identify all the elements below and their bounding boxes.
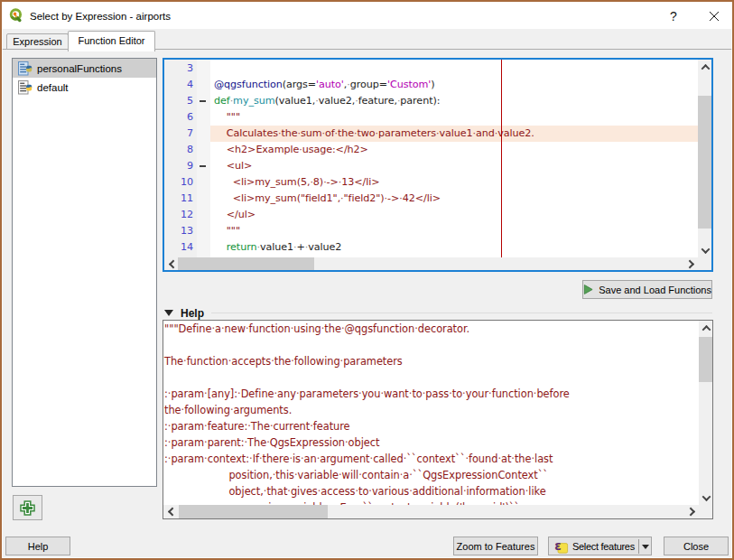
scrollbar-thumb[interactable] <box>699 337 712 382</box>
save-and-load-functions-button[interactable]: Save and Load Functions <box>582 280 712 299</box>
help-line <box>163 369 699 386</box>
code-editor-content: 34@qgsfunction(args='auto',·group='Custo… <box>164 60 698 257</box>
help-line: :·param·feature:·The·current·feature <box>163 418 699 434</box>
python-file-icon <box>18 61 33 76</box>
help-button[interactable]: Help <box>5 537 70 555</box>
scroll-right-button[interactable] <box>684 504 699 518</box>
help-group-header[interactable]: Help <box>164 307 204 319</box>
save-load-label: Save and Load Functions <box>599 285 711 295</box>
tab-function-editor[interactable]: Function Editor <box>68 31 155 51</box>
code-line[interactable]: 11 <li>my_sum("field1",·"field2")·->·42<… <box>164 191 698 207</box>
help-text-area[interactable]: """Define·a·new·function·using·the·@qgsf… <box>163 320 713 519</box>
chevron-right-icon <box>686 507 695 516</box>
scrollbar-thumb[interactable] <box>178 257 314 270</box>
editor-vertical-scrollbar[interactable] <box>698 60 711 257</box>
chevron-up-icon <box>701 324 711 333</box>
code-text: </ul> <box>210 207 698 223</box>
code-editor[interactable]: 34@qgsfunction(args='auto',·group='Custo… <box>163 58 713 272</box>
line-number: 3 <box>164 61 197 77</box>
fold-marker[interactable] <box>197 158 210 174</box>
code-text: """ <box>210 109 698 126</box>
python-file-icon <box>18 80 33 95</box>
help-line: the·following·arguments. <box>163 402 699 418</box>
code-line[interactable]: 9 <ul> <box>164 158 698 174</box>
code-line[interactable]: 14 return·value1·+·value2 <box>164 239 698 256</box>
help-line: position,·this·variable·will·contain·a·`… <box>163 467 699 483</box>
titlebar-close-button[interactable] <box>702 5 726 27</box>
code-line[interactable]: 10 <li>my_sum(5,·8)·->·13</li> <box>164 174 698 191</box>
help-vertical-scrollbar[interactable] <box>699 321 712 505</box>
help-horizontal-scrollbar[interactable] <box>163 505 699 518</box>
title-bar: Select by Expression - airports ? <box>2 2 732 29</box>
list-item-personalfunctions[interactable]: personalFunctions <box>13 59 156 78</box>
function-file-list: personalFunctions default <box>12 58 157 487</box>
code-text: return·value1·+·value2 <box>210 239 698 256</box>
scroll-right-button[interactable] <box>683 257 698 271</box>
help-group-line <box>211 313 712 313</box>
code-line[interactable]: 7 Calculates·the·sum·of·the·two·paramete… <box>164 126 698 142</box>
scroll-down-button[interactable] <box>698 243 712 257</box>
fold-marker <box>197 77 210 93</box>
scroll-up-button[interactable] <box>699 321 713 335</box>
list-item-label: personalFunctions <box>37 63 122 74</box>
titlebar-help-button[interactable]: ? <box>662 5 685 27</box>
edge-column-line <box>501 60 502 257</box>
scroll-left-button[interactable] <box>164 257 179 271</box>
dropdown-arrow-icon[interactable] <box>642 545 649 549</box>
code-line[interactable]: 6 """ <box>164 109 698 126</box>
scrollbar-corner <box>698 257 711 270</box>
line-number: 14 <box>164 239 197 256</box>
fold-marker <box>197 109 210 126</box>
fold-marker <box>197 207 210 223</box>
code-text: Calculates·the·sum·of·the·two·parameters… <box>210 126 698 142</box>
code-lines: 34@qgsfunction(args='auto',·group='Custo… <box>164 61 698 256</box>
qgis-logo-icon <box>9 8 24 23</box>
help-line: :·param·[any]:·Define·any·parameters·you… <box>163 386 699 402</box>
code-line[interactable]: 8 <h2>Example·usage:</h2> <box>164 142 698 158</box>
line-number: 8 <box>164 142 197 158</box>
code-text: def·my_sum(value1,·value2,·feature,·pare… <box>210 93 698 109</box>
scroll-down-button[interactable] <box>699 490 713 505</box>
list-item-default[interactable]: default <box>13 78 156 97</box>
window-title: Select by Expression - airports <box>30 11 171 22</box>
help-text-content: """Define·a·new·function·using·the·@qgsf… <box>163 321 699 505</box>
scrollbar-thumb[interactable] <box>698 96 711 229</box>
help-line: object,·that·gives·access·to·various·add… <box>163 483 699 499</box>
line-number: 10 <box>164 174 197 191</box>
zoom-to-features-button[interactable]: Zoom to Features <box>453 537 538 555</box>
line-number: 6 <box>164 109 197 126</box>
code-line[interactable]: 12 </ul> <box>164 207 698 223</box>
add-function-file-button[interactable] <box>13 495 42 520</box>
code-line[interactable]: 5def·my_sum(value1,·value2,·feature,·par… <box>164 93 698 109</box>
scrollbar-thumb[interactable] <box>179 505 328 518</box>
help-line: """Define·a·new·function·using·the·@qgsf… <box>163 321 699 337</box>
editor-horizontal-scrollbar[interactable] <box>164 257 698 270</box>
tab-expression[interactable]: Expression <box>6 33 69 50</box>
line-number: 13 <box>164 223 197 239</box>
scroll-up-button[interactable] <box>698 60 712 74</box>
chevron-down-icon <box>701 492 711 501</box>
code-line[interactable]: 4@qgsfunction(args='auto',·group='Custom… <box>164 77 698 93</box>
help-button-label: Help <box>28 541 49 552</box>
svg-text:ε: ε <box>554 538 562 553</box>
help-group-title: Help <box>181 307 204 320</box>
code-text: <li>my_sum("field1",·"field2")·->·42</li… <box>210 191 698 207</box>
collapse-arrow-icon <box>164 310 173 316</box>
code-line[interactable]: 13 """ <box>164 223 698 239</box>
line-number: 12 <box>164 207 197 223</box>
close-button[interactable]: Close <box>664 537 729 555</box>
help-line: :·param·parent:·The·QgsExpression·object <box>163 434 699 451</box>
fold-marker <box>197 61 210 77</box>
scroll-left-button[interactable] <box>163 504 178 518</box>
line-number: 4 <box>164 77 197 93</box>
code-text <box>210 61 698 77</box>
fold-marker[interactable] <box>197 93 210 109</box>
expression-select-icon: ε <box>553 538 569 555</box>
code-line[interactable]: 3 <box>164 61 698 77</box>
list-item-label: default <box>37 82 69 93</box>
help-line <box>163 337 699 353</box>
code-text: <h2>Example·usage:</h2> <box>210 142 698 158</box>
chevron-up-icon <box>701 63 710 72</box>
zoom-button-label: Zoom to Features <box>457 541 535 552</box>
select-features-button[interactable]: ε Select features <box>548 537 652 555</box>
